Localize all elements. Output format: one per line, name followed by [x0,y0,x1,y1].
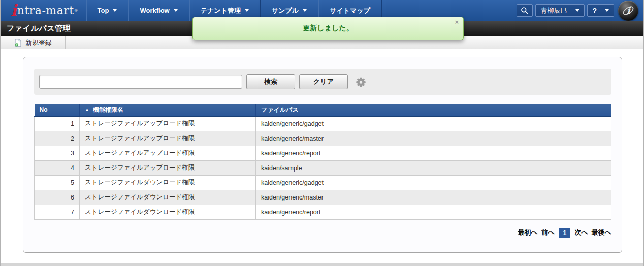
cell-permission: ストレージファイルダウンロード権限 [80,190,256,205]
pagination-current-page: 1 [559,228,570,238]
table-body: 1 ストレージファイルアップロード権限 kaiden/generic/gadge… [35,116,611,219]
chevron-down-icon [174,9,178,12]
close-icon[interactable]: × [455,19,459,25]
gear-icon [356,77,366,87]
chevron-down-icon [575,9,579,12]
sort-ascending-icon: ▲ [85,107,89,112]
nav-right-controls: 青柳辰巳 ? i [514,0,643,21]
cell-permission: ストレージファイルダウンロード権限 [80,205,256,219]
pagination-last[interactable]: 最後へ [592,228,611,237]
menu-label: Top [98,7,109,14]
list-settings-button[interactable] [356,77,366,87]
page-title: ファイルパス管理 [7,24,71,34]
search-input[interactable] [39,75,242,89]
table-row[interactable]: 4 ストレージファイルアップロード権限 kaiden/sample [35,160,611,175]
chevron-down-icon [605,9,609,12]
table-row[interactable]: 1 ストレージファイルアップロード権限 kaiden/generic/gadge… [35,116,611,131]
new-registration-label: 新規登録 [25,38,52,47]
chevron-down-icon [113,9,117,12]
intra-mart-i-icon: i [621,4,635,18]
chevron-down-icon [303,9,307,12]
cell-file-path: kaiden/generic/report [256,146,611,160]
help-menu-dropdown[interactable]: ? [587,4,614,17]
cell-permission: ストレージファイルアップロード権限 [80,131,256,146]
help-label: ? [592,7,597,15]
registered-mark: ® [75,8,78,13]
global-search-button[interactable] [517,4,533,17]
table-row[interactable]: 7 ストレージファイルダウンロード権限 kaiden/generic/repor… [35,205,611,219]
cell-file-path: kaiden/sample [256,160,611,175]
intra-mart-logo[interactable]: intra-mart® [1,0,86,21]
table-row[interactable]: 3 ストレージファイルアップロード権限 kaiden/generic/repor… [35,146,611,160]
search-icon [521,7,529,15]
menu-label: Workflow [140,7,169,14]
toast-message: 更新しました。 [303,24,353,33]
cell-permission: ストレージファイルダウンロード権限 [80,175,256,190]
user-name: 青柳辰巳 [540,6,567,15]
table-header-row: No ▲機能権限名 ファイルパス [35,104,611,116]
menu-label: サイトマップ [330,6,370,15]
cell-file-path: kaiden/generic/gadget [256,116,611,131]
search-panel: 検索 クリア [34,69,611,95]
menu-item-top[interactable]: Top [86,0,128,21]
menu-label: テナント管理 [201,6,241,15]
table-row[interactable]: 6 ストレージファイルダウンロード権限 kaiden/generic/maste… [35,190,611,205]
table-row[interactable]: 5 ストレージファイルダウンロード権限 kaiden/generic/gadge… [35,175,611,190]
file-path-table: No ▲機能権限名 ファイルパス 1 ストレージファイルアップロード権限 kai… [34,104,611,220]
pagination-prev[interactable]: 前へ [541,228,555,237]
cell-file-path: kaiden/generic/master [256,131,611,146]
chevron-down-icon [245,9,249,12]
cell-file-path: kaiden/generic/gadget [256,175,611,190]
cell-no: 5 [35,175,80,190]
menu-label: サンプル [272,6,299,15]
cell-file-path: kaiden/generic/master [256,190,611,205]
content-card: 検索 クリア No ▲機能権限名 ファイルパス 1 ストレージファイルアップロー… [23,57,622,253]
cell-no: 3 [35,146,80,160]
search-button[interactable]: 検索 [246,74,295,89]
cell-file-path: kaiden/generic/report [256,205,611,219]
menu-item-workflow[interactable]: Workflow [128,0,188,21]
cell-no: 6 [35,190,80,205]
column-header-no[interactable]: No [35,104,80,116]
column-header-permission[interactable]: ▲機能権限名 [80,104,256,116]
cell-permission: ストレージファイルアップロード権限 [80,116,256,131]
window-bottom-edge [1,263,643,266]
logo-i-glyph: i [11,3,17,18]
column-header-label: 機能権限名 [93,106,123,113]
clear-button[interactable]: クリア [299,74,348,89]
logo-wordmark: ntra-mart [17,4,74,17]
cell-permission: ストレージファイルアップロード権限 [80,146,256,160]
column-header-file-path[interactable]: ファイルパス [256,104,611,116]
cell-no: 4 [35,160,80,175]
cell-no: 7 [35,205,80,219]
cell-no: 1 [35,116,80,131]
app-window: intra-mart® Top Workflow テナント管理 サンプル サイト… [0,0,644,266]
success-toast: 更新しました。 × [192,17,464,40]
cell-no: 2 [35,131,80,146]
intra-mart-badge-button[interactable]: i [618,1,638,21]
new-document-icon [15,39,21,47]
pagination: 最初へ 前へ 1 次へ 最後へ [23,228,611,238]
pagination-first[interactable]: 最初へ [518,228,538,237]
pagination-next[interactable]: 次へ [574,228,588,237]
new-registration-button[interactable]: 新規登録 [1,36,66,49]
user-menu-dropdown[interactable]: 青柳辰巳 [535,4,585,17]
cell-permission: ストレージファイルアップロード権限 [80,160,256,175]
table-row[interactable]: 2 ストレージファイルアップロード権限 kaiden/generic/maste… [35,131,611,146]
